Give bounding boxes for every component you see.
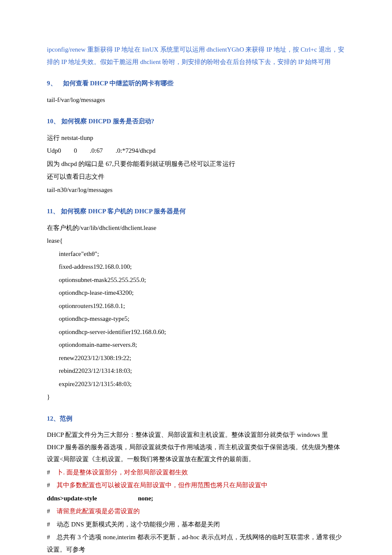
s12-config1: ddns>update-style none; (47, 492, 345, 505)
s11-line3: interface"ethθ"; (47, 248, 345, 260)
s12-paragraph1: DHCP 配置文件分为三大部分：整体设置、局部设置和主机设置。整体设置部分就类似… (47, 429, 345, 465)
s10-line1: 运行 netstat-tlunp (47, 132, 345, 144)
s11-line6: optiondhcp-lease-time43200; (47, 287, 345, 299)
s11-line10: optiondomain-name-servers.8; (47, 339, 345, 351)
s12-comment4: # 动态 DNS 更新模式关闭，这个功能很少用，基本都是关闭 (47, 518, 345, 531)
heading-9: 9、 如何查看 DHCP 中继监听的网卡有哪些 (47, 77, 345, 90)
s10-line2: Udp0 0 .0:67 .0:*7294/dhcpd (47, 145, 345, 157)
s12-comment2: # 其中多数配置也可以被设置在局部设置中，但作用范围也将只在局部设置中 (47, 479, 345, 491)
heading-10: 10、 如何视察 DHCPD 服务是否启动? (47, 115, 345, 128)
s10-line5: tail-n30/var/log/messages (47, 184, 345, 196)
comment-text: 其中多数配置也可以被设置在局部设置中，但作用范围也将只在局部设置中 (57, 482, 268, 488)
comment-text: 请留意此配置项是必需设置的 (57, 508, 140, 514)
hash-symbol: # (47, 482, 50, 488)
heading-12: 12、范例 (47, 413, 345, 425)
s11-line2: lease{ (47, 235, 345, 247)
intro-paragraph: ipconfig/renew 重新获得 IP 地址在 IinUX 系统里可以运用… (47, 44, 345, 68)
s11-line5: optionsubnet-mask255.255.255.0; (47, 274, 345, 286)
config-key: ddns>update-style (47, 492, 136, 505)
s11-line1: 在客户机的/var/lib/dhclient/dhclient.lease (47, 222, 345, 234)
s12-comment3: # 请留意此配置项是必需设置的 (47, 505, 345, 517)
intro-part1: ipconfig/renew 重新获得 IP 地址在 IinUX 系统里可以运用… (47, 46, 293, 53)
s11-line14: } (47, 391, 345, 403)
comment-text: 动态 DNS 更新模式关闭，这个功能很少用，基本都是关闭 (57, 521, 220, 528)
s11-line9: optiondhcp-server-identifier192.168.0.60… (47, 326, 345, 338)
s10-line3: 因为 dhcpd 的端口是 67,只要你能看到就证明服务己经可以正常运行 (47, 158, 345, 170)
s12-comment5: # 总共有 3 个选项 none,interim 都表示不更新，ad-hoc 表… (47, 531, 345, 555)
hash-symbol: # (47, 508, 50, 514)
s11-line4: fixed-address192.168.0.100; (47, 261, 345, 273)
s10-line4: 还可以查看日志文件 (47, 171, 345, 183)
hash-symbol: # (47, 521, 50, 528)
comment-text: 总共有 3 个选项 none,interim 都表示不更新，ad-hoc 表示点… (47, 534, 342, 553)
hash-symbol: # (47, 534, 50, 540)
heading-11: 11、 如何视察 DHCP 客户机的 DHCP 服务器是何 (47, 205, 345, 218)
s11-line8: optiondhcp-message-type5; (47, 313, 345, 325)
s11-line11: renew22023/12/1308:19:22; (47, 352, 345, 364)
hash-symbol: # (47, 469, 50, 476)
comment-text: 卜. 面是整体设置部分，对全部局部设置都生效 (57, 469, 188, 476)
s9-line1: tail-f/var/log/messages (47, 94, 345, 106)
s11-line7: optionrouters192.168.0.1; (47, 300, 345, 312)
s11-line12: rebind22023/12/1314:18:03; (47, 365, 345, 377)
config-value: none; (138, 492, 153, 505)
s12-comment1: # 卜. 面是整体设置部分，对全部局部设置都生效 (47, 466, 345, 479)
s11-line13: expire22023/12/1315:48:03; (47, 378, 345, 390)
